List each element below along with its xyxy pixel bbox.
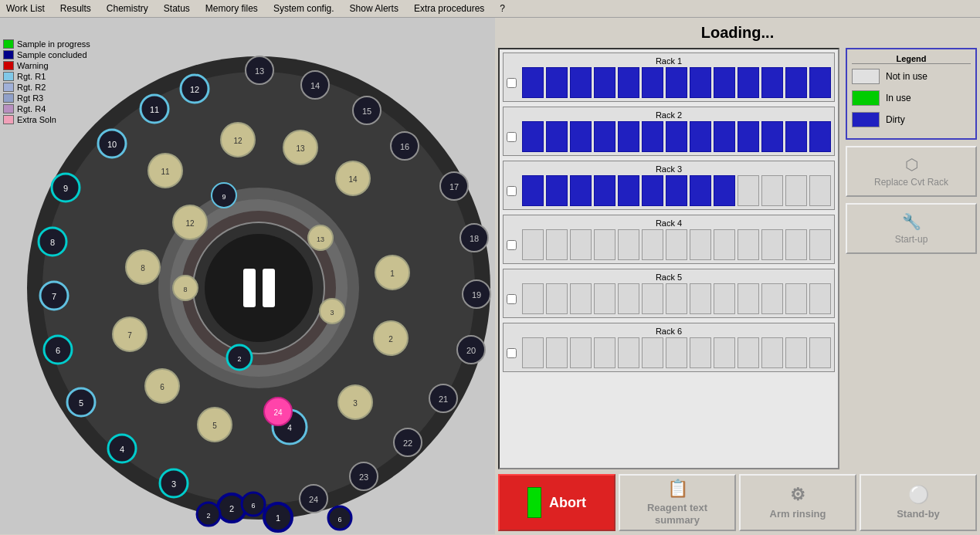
rack-1-slot-13[interactable] <box>809 67 831 98</box>
rack-2-slot-2[interactable] <box>546 121 568 152</box>
rack-4-slot-1[interactable] <box>522 229 544 260</box>
rack-6-slot-8[interactable] <box>690 337 711 368</box>
rack-2-slot-1[interactable] <box>522 121 544 152</box>
rack-5-slot-7[interactable] <box>666 283 687 314</box>
standby-button[interactable]: ⚪ Stand-by <box>860 474 977 531</box>
rack-3-slot-11[interactable] <box>761 175 783 206</box>
rack-2-slot-7[interactable] <box>666 121 687 152</box>
rack-5-slot-4[interactable] <box>594 283 615 314</box>
rack-5-slot-6[interactable] <box>642 283 663 314</box>
rack-4-slot-5[interactable] <box>618 229 639 260</box>
rack-6-slot-3[interactable] <box>570 337 592 368</box>
rack-3-slot-2[interactable] <box>546 175 568 206</box>
rack-6-slot-6[interactable] <box>642 337 663 368</box>
rack-2-slot-3[interactable] <box>570 121 592 152</box>
rack-3-slot-3[interactable] <box>570 175 592 206</box>
rack-4-label: Rack 4 <box>507 218 831 228</box>
rack-4-slot-10[interactable] <box>738 229 759 260</box>
rack-2-slot-8[interactable] <box>690 121 711 152</box>
rack-4-slot-3[interactable] <box>570 229 592 260</box>
rack-3-slot-12[interactable] <box>785 175 807 206</box>
rack-1-slot-2[interactable] <box>546 67 568 98</box>
rack-4-slot-11[interactable] <box>761 229 783 260</box>
rack-2-checkbox[interactable] <box>507 132 517 142</box>
rack-5-slot-10[interactable] <box>738 283 759 314</box>
menubar-results[interactable]: Results <box>57 2 94 15</box>
rack-6-slot-10[interactable] <box>738 337 759 368</box>
rack-4-slot-6[interactable] <box>642 229 663 260</box>
menubar-status[interactable]: Status <box>161 2 193 15</box>
rack-4-slot-7[interactable] <box>666 229 687 260</box>
rack-3-slot-7[interactable] <box>666 175 687 206</box>
rack-5-slot-1[interactable] <box>522 283 544 314</box>
rack-1-slot-11[interactable] <box>761 67 783 98</box>
replace-cvt-rack-button[interactable]: ⬡ Replace Cvt Rack <box>846 146 977 197</box>
rack-6-slot-4[interactable] <box>594 337 615 368</box>
rack-1-slot-5[interactable] <box>618 67 639 98</box>
rack-4-slot-13[interactable] <box>809 229 831 260</box>
rack-6-slot-11[interactable] <box>761 337 783 368</box>
rack-3-slot-10[interactable] <box>738 175 759 206</box>
menubar-memory[interactable]: Memory files <box>202 2 261 15</box>
rack-1-slot-10[interactable] <box>738 67 759 98</box>
rack-5-slot-5[interactable] <box>618 283 639 314</box>
rack-6-slot-1[interactable] <box>522 337 544 368</box>
rack-1-slot-8[interactable] <box>690 67 711 98</box>
menubar-alerts[interactable]: Show Alerts <box>347 2 402 15</box>
rack-3-slot-4[interactable] <box>594 175 615 206</box>
rack-4-slot-4[interactable] <box>594 229 615 260</box>
rack-1-slot-3[interactable] <box>570 67 592 98</box>
rack-1-checkbox[interactable] <box>507 78 517 88</box>
menubar-extra[interactable]: Extra procedures <box>411 2 487 15</box>
rack-5-slot-12[interactable] <box>785 283 807 314</box>
menubar-help[interactable]: ? <box>497 2 508 15</box>
rack-1-slot-12[interactable] <box>785 67 807 98</box>
abort-button[interactable]: Abort <box>498 474 615 531</box>
menubar-worklist[interactable]: Work List <box>3 2 48 15</box>
menubar-chemistry[interactable]: Chemistry <box>103 2 151 15</box>
reagent-text-summary-button[interactable]: 📋 Reagent textsummary <box>619 474 736 531</box>
startup-button[interactable]: 🔧 Start-up <box>846 203 977 254</box>
rack-4-checkbox[interactable] <box>507 240 517 250</box>
arm-rinsing-button[interactable]: ⚙ Arm rinsing <box>739 474 856 531</box>
rack-5-slot-13[interactable] <box>809 283 831 314</box>
rack-2-slot-9[interactable] <box>714 121 735 152</box>
rack-5-slot-2[interactable] <box>546 283 568 314</box>
rack-1-slot-4[interactable] <box>594 67 615 98</box>
rack-3-slot-13[interactable] <box>809 175 831 206</box>
rack-2-slot-10[interactable] <box>738 121 759 152</box>
rack-1-slot-9[interactable] <box>714 67 735 98</box>
rack-5-checkbox[interactable] <box>507 294 517 304</box>
rack-3-checkbox[interactable] <box>507 186 517 196</box>
rack-3-slot-6[interactable] <box>642 175 663 206</box>
rack-2-slot-11[interactable] <box>761 121 783 152</box>
rack-2-slot-13[interactable] <box>809 121 831 152</box>
rack-5-slot-9[interactable] <box>714 283 735 314</box>
rack-3-slot-5[interactable] <box>618 175 639 206</box>
rack-6-slot-12[interactable] <box>785 337 807 368</box>
rack-3-slot-9[interactable] <box>714 175 735 206</box>
rack-1-slot-1[interactable] <box>522 67 544 98</box>
rack-3-slot-1[interactable] <box>522 175 544 206</box>
rack-2-slot-6[interactable] <box>642 121 663 152</box>
rack-6-checkbox[interactable] <box>507 348 517 358</box>
rack-5-slot-8[interactable] <box>690 283 711 314</box>
rack-2-slot-4[interactable] <box>594 121 615 152</box>
rack-1-slot-7[interactable] <box>666 67 687 98</box>
rack-5-slot-3[interactable] <box>570 283 592 314</box>
rack-6-slot-13[interactable] <box>809 337 831 368</box>
rack-4-slot-8[interactable] <box>690 229 711 260</box>
rack-3-slot-8[interactable] <box>690 175 711 206</box>
rack-1-slot-6[interactable] <box>642 67 663 98</box>
rack-5-slot-11[interactable] <box>761 283 783 314</box>
rack-6-slot-5[interactable] <box>618 337 639 368</box>
rack-4-slot-9[interactable] <box>714 229 735 260</box>
rack-6-slot-2[interactable] <box>546 337 568 368</box>
rack-4-slot-2[interactable] <box>546 229 568 260</box>
rack-2-slot-12[interactable] <box>785 121 807 152</box>
rack-2-slot-5[interactable] <box>618 121 639 152</box>
rack-6-slot-9[interactable] <box>714 337 735 368</box>
rack-6-slot-7[interactable] <box>666 337 687 368</box>
menubar-sysconfig[interactable]: System config. <box>270 2 337 15</box>
rack-4-slot-12[interactable] <box>785 229 807 260</box>
